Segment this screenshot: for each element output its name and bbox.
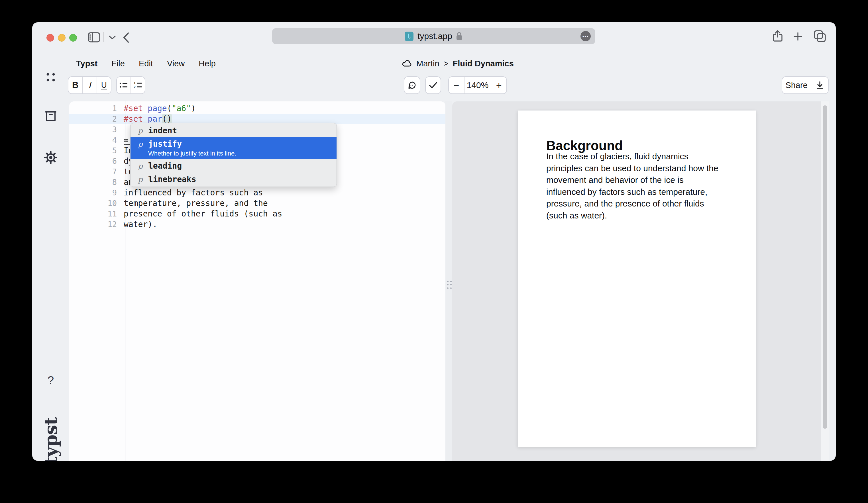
minimize-button[interactable] <box>58 34 65 42</box>
bullet-list-button[interactable] <box>117 77 131 93</box>
numbered-list-button[interactable]: 1 2 <box>131 77 145 93</box>
zoom-in-button[interactable]: + <box>491 77 506 93</box>
breadcrumb-document: Fluid Dynamics <box>453 59 514 69</box>
code-line[interactable]: 12water). <box>69 219 445 230</box>
gear-icon <box>44 151 57 164</box>
menu-item-typst[interactable]: Typst <box>76 59 97 69</box>
code-line[interactable]: 10temperature, pressure, and the <box>69 198 445 209</box>
chevron-down-icon[interactable] <box>108 35 116 40</box>
paragraph-line: (such as water). <box>546 210 734 222</box>
comment-button[interactable] <box>404 77 420 93</box>
close-button[interactable] <box>46 34 54 42</box>
drag-handle-icon[interactable] <box>447 281 451 289</box>
check-button[interactable] <box>426 77 441 93</box>
help-button[interactable]: ? <box>32 374 69 387</box>
back-icon[interactable] <box>123 32 130 43</box>
code-text: temperature, pressure, and the <box>121 199 268 208</box>
line-number: 2 <box>69 115 121 123</box>
menu-item-help[interactable]: Help <box>199 59 216 69</box>
autocomplete-label: linebreaks <box>148 175 196 184</box>
breadcrumb-separator: > <box>444 59 448 69</box>
preview-pane: Background In the case of glaciers, flui… <box>452 102 829 461</box>
autocomplete-popup: pindentpjustifyWhether to justify text i… <box>130 123 337 187</box>
param-kind-icon: p <box>138 126 148 135</box>
code-line[interactable]: 11presence of other fluids (such as <box>69 209 445 219</box>
cloud-icon <box>402 60 412 67</box>
autocomplete-label: leading <box>148 161 182 171</box>
code-line[interactable]: 9influenced by factors such as <box>69 187 445 198</box>
zoom-level[interactable]: 140% <box>464 77 491 93</box>
autocomplete-description: Whether to justify text in its line. <box>148 150 236 157</box>
document-page: Background In the case of glaciers, flui… <box>518 111 756 447</box>
italic-button[interactable]: I <box>82 77 96 93</box>
gutter-divider <box>125 102 125 461</box>
autocomplete-item-indent[interactable]: pindent <box>131 124 337 137</box>
url-text: typst.app <box>417 31 452 41</box>
sidebar-toggle-icon[interactable] <box>88 32 100 43</box>
list-format-group: 1 2 <box>116 76 145 94</box>
zoom-out-button[interactable]: − <box>449 77 464 93</box>
chrome-divider <box>103 32 104 42</box>
paragraph-line: movement and behavior of the ice is <box>546 174 734 186</box>
settings-button[interactable] <box>32 151 69 164</box>
param-kind-icon: p <box>138 175 148 184</box>
autocomplete-item-justify[interactable]: pjustifyWhether to justify text in its l… <box>131 137 337 159</box>
check-button-group <box>425 76 441 94</box>
code-text: water). <box>121 220 157 229</box>
preview-scrollbar-thumb[interactable] <box>823 105 827 429</box>
autocomplete-label: indent <box>148 126 177 135</box>
lock-icon <box>456 32 463 41</box>
breadcrumb-workspace[interactable]: Martin <box>416 59 440 69</box>
code-text: influenced by factors such as <box>121 188 263 197</box>
autocomplete-item-leading[interactable]: pleading <box>131 159 337 172</box>
files-box-icon <box>44 111 57 122</box>
apps-grid-button[interactable] <box>32 72 69 82</box>
code-line[interactable]: 1#set page("a6") <box>69 103 445 114</box>
line-number: 12 <box>69 220 121 229</box>
menu-item-edit[interactable]: Edit <box>139 59 153 69</box>
line-number: 6 <box>69 157 121 166</box>
code-line[interactable]: 2#set par() <box>69 114 445 124</box>
paragraph-line: influenced by factors such as temperatur… <box>546 186 734 198</box>
autocomplete-item-linebreaks[interactable]: plinebreaks <box>131 172 337 186</box>
files-button[interactable] <box>32 111 69 122</box>
download-icon <box>816 81 824 89</box>
share-group: Share <box>782 76 829 94</box>
menu-item-file[interactable]: File <box>111 59 125 69</box>
line-number: 9 <box>69 188 121 197</box>
line-number: 3 <box>69 125 121 134</box>
zoom-button[interactable] <box>69 34 77 42</box>
page-settings-button[interactable]: ••• <box>580 31 591 41</box>
page-paragraph: In the case of glaciers, fluid dynamicsp… <box>546 150 734 221</box>
app-menu-bar: TypstFileEditViewHelp <box>76 55 216 72</box>
line-number: 1 <box>69 104 121 113</box>
svg-text:2: 2 <box>134 85 136 89</box>
pane-divider[interactable] <box>445 102 452 461</box>
line-number: 4 <box>69 136 121 144</box>
line-number: 10 <box>69 199 121 208</box>
share-button[interactable]: Share <box>782 77 811 93</box>
typst-logo: typst <box>32 408 69 461</box>
numbered-list-icon: 1 2 <box>134 82 142 89</box>
check-icon <box>429 82 437 88</box>
preview-scrollbar[interactable] <box>821 102 829 461</box>
comment-icon <box>408 81 416 89</box>
zoom-control-group: − 140% + <box>448 76 507 94</box>
line-number: 8 <box>69 178 121 187</box>
code-text: #set par() <box>121 114 172 124</box>
menu-item-view[interactable]: View <box>167 59 185 69</box>
share-icon[interactable] <box>772 30 785 43</box>
new-tab-icon[interactable] <box>794 32 802 41</box>
address-bar[interactable]: t typst.app ••• <box>272 28 595 44</box>
download-button[interactable] <box>811 77 828 93</box>
paragraph-line: principles can be used to understand how… <box>546 163 734 174</box>
paragraph-line: In the case of glaciers, fluid dynamics <box>546 150 734 163</box>
bold-button[interactable]: B <box>69 77 82 93</box>
bullet-list-icon <box>120 82 128 88</box>
underline-button[interactable]: U <box>96 77 111 93</box>
param-kind-icon: p <box>138 162 148 170</box>
param-kind-icon: p <box>138 140 148 148</box>
paragraph-line: pressure, and the presence of other flui… <box>546 198 734 210</box>
tab-overview-icon[interactable] <box>813 30 826 43</box>
code-text: #set page("a6") <box>121 104 196 113</box>
